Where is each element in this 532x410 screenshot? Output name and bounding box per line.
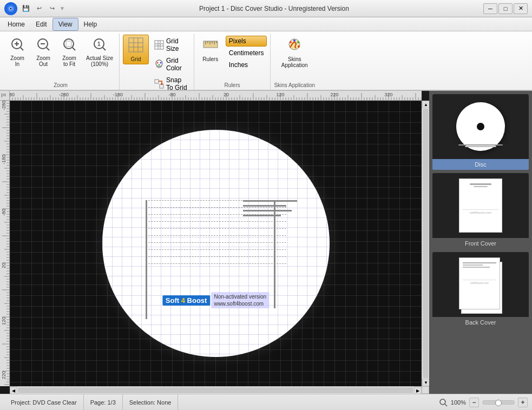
rulers-group-label: Rulers — [198, 81, 267, 90]
zoom-icon — [439, 398, 448, 407]
zoom-out-icon — [36, 37, 51, 54]
scroll-up-button[interactable]: ▲ — [422, 101, 429, 108]
ribbon-group-zoom: ZoomIn ZoomOut — [2, 34, 120, 90]
snap-to-grid-button[interactable]: SnapTo Grid — [151, 75, 191, 93]
zoom-to-fit-button[interactable]: Zoomto Fit — [57, 35, 81, 69]
front-cover-thumbnail-label: Front Cover — [432, 238, 529, 249]
disc-shape — [456, 102, 505, 151]
menu-help[interactable]: Help — [78, 18, 103, 30]
scroll-right-button[interactable]: ▶ — [414, 387, 422, 394]
sidebar-item-back-cover[interactable]: soft4boost.com Back Cover — [432, 252, 529, 328]
pixels-button[interactable]: Pixels — [226, 36, 267, 47]
svg-line-15 — [103, 48, 106, 50]
sidebar-item-disc[interactable]: Disc — [432, 94, 529, 170]
scroll-thumb-horizontal[interactable] — [18, 387, 413, 393]
rulers-button[interactable]: Rulers — [198, 35, 224, 64]
zoom-increase-button[interactable]: + — [518, 398, 528, 407]
grid-color-label: GridColor — [166, 57, 182, 72]
grid-color-button[interactable]: GridColor — [151, 55, 191, 74]
zoom-to-fit-label: Zoomto Fit — [62, 55, 76, 67]
svg-point-43 — [297, 41, 299, 43]
front-cover-thumbnail-image: soft4boost.com — [432, 173, 529, 238]
ruler-vertical — [0, 101, 10, 386]
zoom-slider-thumb[interactable] — [495, 400, 502, 406]
ribbon: ZoomIn ZoomOut — [0, 31, 532, 91]
qa-dropdown[interactable]: ▼ — [60, 5, 65, 11]
zoom-in-button[interactable]: ZoomIn — [5, 35, 29, 69]
watermark-text: Non-activated version www.soft4boost.com — [211, 292, 269, 308]
canvas-content[interactable]: Soft 4 Boost Non-activated version www.s… — [10, 101, 422, 386]
redo-button[interactable]: ↪ — [47, 3, 57, 14]
grid-label: Grid — [131, 56, 141, 62]
scroll-down-button[interactable]: ▼ — [422, 379, 429, 386]
undo-button[interactable]: ↩ — [34, 3, 44, 14]
back-cover-shape-front: soft4boost.com — [459, 257, 500, 309]
back-cover-thumbnail-label: Back Cover — [432, 317, 529, 328]
centimeters-button[interactable]: Centimeters — [226, 48, 267, 58]
zoom-out-label: ZoomOut — [36, 55, 50, 67]
zoom-in-icon — [10, 37, 25, 54]
svg-text:1: 1 — [97, 41, 101, 47]
actual-size-button[interactable]: 1 Actual Size(100%) — [83, 35, 116, 69]
skins-button[interactable]: SkinsApplication — [279, 35, 311, 70]
svg-point-2 — [10, 8, 12, 9]
svg-rect-31 — [160, 84, 163, 88]
scroll-thumb-vertical[interactable] — [423, 109, 429, 378]
zoom-decrease-button[interactable]: − — [469, 398, 479, 407]
zoom-out-button[interactable]: ZoomOut — [31, 35, 55, 69]
zoom-group-label: Zoom — [5, 81, 116, 90]
grid-icon — [128, 37, 144, 55]
inches-button[interactable]: Inches — [226, 59, 267, 70]
snap-to-grid-label: SnapTo Grid — [166, 76, 187, 91]
scrollbar-corner — [422, 386, 429, 394]
quick-access-toolbar: 💾 ↩ ↪ ▼ — [21, 3, 65, 14]
px-label: px — [1, 92, 6, 97]
menu-edit[interactable]: Edit — [30, 18, 52, 30]
svg-point-29 — [159, 64, 160, 66]
pixels-label: Pixels — [229, 37, 246, 45]
sidebar: Disc soft4boost.com Front Cover — [429, 91, 532, 394]
svg-line-6 — [21, 48, 23, 50]
scroll-left-button[interactable]: ◀ — [10, 387, 17, 394]
rulers-icon — [202, 37, 219, 55]
watermark-logo: Soft 4 Boost — [162, 295, 211, 306]
zoom-in-label: ZoomIn — [10, 55, 24, 67]
menu-bar: Home Edit View Help — [0, 17, 532, 31]
svg-point-28 — [160, 62, 162, 64]
actual-size-icon: 1 — [92, 37, 107, 54]
grid-size-button[interactable]: GridSize — [151, 36, 191, 54]
zoom-value: 100% — [451, 399, 466, 406]
sidebar-item-front-cover[interactable]: soft4boost.com Front Cover — [432, 173, 529, 249]
front-cover-shape: soft4boost.com — [459, 178, 502, 233]
disc-hole — [477, 123, 484, 130]
close-button[interactable]: ✕ — [514, 3, 528, 14]
disc-right-lines — [243, 200, 297, 220]
grid-button[interactable]: Grid — [123, 35, 149, 64]
disc-thumbnail-label: Disc — [432, 159, 529, 170]
watermark: Soft 4 Boost Non-activated version www.s… — [162, 292, 269, 308]
zoom-slider[interactable] — [482, 400, 515, 405]
svg-line-46 — [445, 404, 447, 406]
ribbon-group-grid: Grid GridSize GridColor — [120, 34, 194, 90]
svg-point-27 — [157, 62, 159, 64]
menu-view[interactable]: View — [52, 18, 78, 31]
ribbon-group-rulers: Rulers Pixels Centimeters Inches Rulers — [194, 34, 271, 90]
canvas-area[interactable]: px — [0, 91, 429, 394]
svg-point-44 — [298, 45, 300, 48]
scrollbar-vertical[interactable]: ▲ ▼ — [422, 101, 429, 386]
svg-rect-30 — [155, 80, 159, 83]
actual-size-label: Actual Size(100%) — [86, 55, 113, 67]
save-button[interactable]: 💾 — [21, 3, 31, 14]
title-bar: 💾 ↩ ↪ ▼ Project 1 - Disc Cover Studio - … — [0, 0, 532, 17]
scrollbar-horizontal[interactable]: ◀ ▶ — [10, 386, 422, 394]
status-page: Page: 1/3 — [84, 394, 123, 410]
svg-point-45 — [440, 399, 445, 405]
svg-point-41 — [290, 41, 292, 43]
disc-vbar-right — [274, 200, 275, 308]
svg-point-42 — [293, 39, 295, 42]
maximize-button[interactable]: □ — [498, 3, 513, 14]
skins-group-label: Skins Application — [274, 81, 315, 90]
main-area: px — [0, 91, 532, 394]
menu-home[interactable]: Home — [2, 18, 30, 30]
minimize-button[interactable]: ─ — [483, 3, 497, 14]
